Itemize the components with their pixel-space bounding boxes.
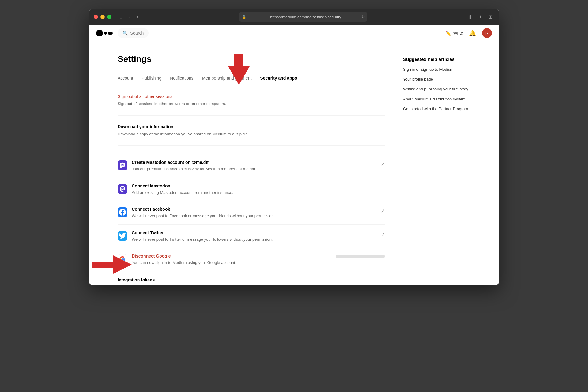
app-desc: Add an existing Mastodon account from an… bbox=[132, 190, 233, 196]
sign-out-link[interactable]: Sign out of all other sessions bbox=[118, 94, 385, 99]
app-title[interactable]: Connect Twitter bbox=[132, 230, 273, 235]
integration-section: Integration tokens bbox=[118, 271, 385, 285]
avatar[interactable]: R bbox=[482, 28, 492, 38]
tab-publishing[interactable]: Publishing bbox=[142, 73, 162, 84]
browser-actions: ⬆ + ⊞ bbox=[466, 13, 494, 21]
write-icon: ✏️ bbox=[445, 30, 451, 36]
app-row-left: Connect Mastodon Add an existing Mastodo… bbox=[118, 183, 233, 196]
address-bar[interactable] bbox=[239, 12, 368, 22]
help-link-2[interactable]: Writing and publishing your first story bbox=[403, 86, 470, 92]
back-button[interactable]: ‹ bbox=[127, 13, 132, 21]
app-info: Connect Twitter We will never post to Tw… bbox=[132, 230, 273, 243]
close-button[interactable] bbox=[94, 15, 98, 19]
browser-titlebar: ⊞ ‹ › 🔒 ↻ ⬆ + ⊞ bbox=[89, 9, 499, 24]
app-row-left: Connect Facebook We will never post to F… bbox=[118, 207, 275, 219]
app-desc: We will never post to Twitter or message… bbox=[132, 236, 273, 243]
help-title: Suggested help articles bbox=[403, 57, 470, 62]
page-content: 🔍 Search ✏️ Write 🔔 R bbox=[89, 24, 499, 285]
navbar-right: ✏️ Write 🔔 R bbox=[445, 28, 492, 38]
settings-tabs: Account Publishing Notifications Members… bbox=[118, 73, 385, 84]
traffic-lights bbox=[94, 15, 111, 19]
settings-title: Settings bbox=[118, 54, 385, 64]
app-title[interactable]: Connect Mastodon bbox=[132, 183, 233, 188]
search-label: Search bbox=[130, 31, 144, 36]
tab-notifications[interactable]: Notifications bbox=[170, 73, 193, 84]
app-title[interactable]: Create Mastodon account on @me.dm bbox=[132, 160, 256, 165]
app-row-mastodon-create: Create Mastodon account on @me.dm Join o… bbox=[118, 154, 385, 178]
logo-ellipsis bbox=[104, 32, 113, 35]
help-link-4[interactable]: Get started with the Partner Program bbox=[403, 106, 470, 112]
tab-overview-button[interactable]: ⊞ bbox=[487, 13, 494, 21]
help-link-0[interactable]: Sign in or sign up to Medium bbox=[403, 67, 470, 72]
search-icon: 🔍 bbox=[123, 31, 128, 36]
write-button[interactable]: ✏️ Write bbox=[445, 30, 463, 36]
app-title[interactable]: Connect Facebook bbox=[132, 207, 275, 212]
sidebar-toggle-button[interactable]: ⊞ bbox=[118, 13, 125, 21]
search-box[interactable]: 🔍 Search bbox=[118, 28, 149, 38]
logo-oval bbox=[108, 32, 113, 35]
facebook-icon bbox=[118, 207, 127, 217]
help-link-3[interactable]: About Medium's distribution system bbox=[403, 96, 470, 102]
minimize-button[interactable] bbox=[100, 15, 105, 19]
download-section: Download your information Download a cop… bbox=[118, 124, 385, 146]
tab-account[interactable]: Account bbox=[118, 73, 133, 84]
app-row-mastodon-connect: Connect Mastodon Add an existing Mastodo… bbox=[118, 178, 385, 202]
apps-section: Create Mastodon account on @me.dm Join o… bbox=[118, 154, 385, 271]
download-title: Download your information bbox=[118, 124, 385, 129]
app-info: Connect Mastodon Add an existing Mastodo… bbox=[132, 183, 233, 196]
help-link-1[interactable]: Your profile page bbox=[403, 77, 470, 82]
external-link-icon[interactable]: ↗ bbox=[381, 208, 385, 214]
app-row-facebook: Connect Facebook We will never post to F… bbox=[118, 201, 385, 225]
app-desc: We will never post to Facebook or messag… bbox=[132, 213, 275, 219]
browser-controls: ⊞ ‹ › bbox=[118, 13, 140, 21]
share-button[interactable]: ⬆ bbox=[466, 13, 474, 21]
external-link-icon[interactable]: ↗ bbox=[381, 232, 385, 237]
medium-logo[interactable] bbox=[96, 30, 113, 36]
sign-out-section: Sign out of all other sessions Sign out … bbox=[118, 94, 385, 116]
tab-security[interactable]: Security and apps bbox=[260, 73, 297, 84]
reload-button[interactable]: ↻ bbox=[361, 14, 365, 19]
google-connected-bar bbox=[336, 255, 385, 258]
app-row-left: Create Mastodon account on @me.dm Join o… bbox=[118, 160, 256, 172]
mastodon-icon bbox=[118, 184, 127, 194]
top-navbar: 🔍 Search ✏️ Write 🔔 R bbox=[89, 24, 499, 42]
app-row-twitter: Connect Twitter We will never post to Tw… bbox=[118, 225, 385, 248]
app-row-left: Disconnect Google You can now sign in to… bbox=[118, 254, 236, 266]
navbar-left: 🔍 Search bbox=[96, 28, 149, 38]
logo-circle bbox=[96, 30, 103, 36]
app-info: Disconnect Google You can now sign in to… bbox=[132, 254, 236, 266]
maximize-button[interactable] bbox=[107, 15, 111, 19]
new-tab-button[interactable]: + bbox=[477, 13, 484, 21]
disconnect-google-link[interactable]: Disconnect Google bbox=[132, 254, 236, 258]
address-bar-container: 🔒 ↻ bbox=[144, 12, 463, 22]
app-desc: Join our premium instance exclusively fo… bbox=[132, 166, 256, 172]
main-layout: Settings Account Publishing Notification… bbox=[110, 42, 478, 285]
external-link-icon[interactable]: ↗ bbox=[381, 161, 385, 167]
logo-dot-1 bbox=[104, 32, 107, 35]
lock-icon: 🔒 bbox=[242, 15, 246, 19]
download-desc: Download a copy of the information you'v… bbox=[118, 131, 385, 137]
app-desc: You can now sign in to Medium using your… bbox=[132, 260, 236, 266]
address-bar-wrapper: 🔒 ↻ bbox=[239, 12, 368, 22]
help-sidebar: Suggested help articles Sign in or sign … bbox=[403, 54, 470, 285]
app-row-google: Disconnect Google You can now sign in to… bbox=[118, 248, 385, 271]
app-info: Connect Facebook We will never post to F… bbox=[132, 207, 275, 219]
twitter-icon bbox=[118, 231, 127, 241]
notifications-button[interactable]: 🔔 bbox=[469, 30, 476, 36]
tab-membership[interactable]: Membership and payment bbox=[202, 73, 251, 84]
integration-tokens-title[interactable]: Integration tokens bbox=[118, 277, 385, 282]
app-info: Create Mastodon account on @me.dm Join o… bbox=[132, 160, 256, 172]
google-icon bbox=[118, 254, 127, 264]
mastodon-icon bbox=[118, 160, 127, 170]
write-label: Write bbox=[453, 31, 463, 36]
content-area: Settings Account Publishing Notification… bbox=[118, 54, 385, 285]
sign-out-desc: Sign out of sessions in other browsers o… bbox=[118, 101, 385, 107]
forward-button[interactable]: › bbox=[135, 13, 140, 21]
app-row-left: Connect Twitter We will never post to Tw… bbox=[118, 230, 273, 243]
